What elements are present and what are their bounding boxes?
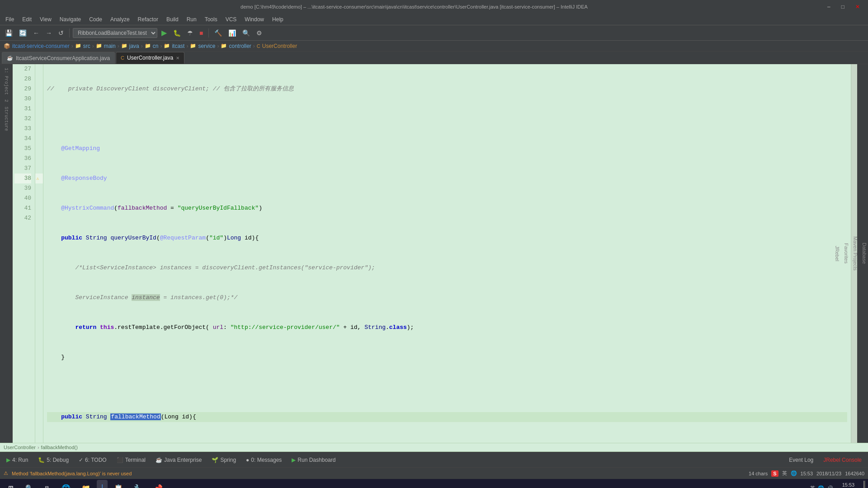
tab-label-application: ItcastServiceConsumerApplication.java xyxy=(16,55,110,61)
sidebar-jrebel[interactable]: JRebel xyxy=(834,243,841,264)
menu-navigate[interactable]: Navigate xyxy=(56,15,85,23)
breadcrumb-controller[interactable]: controller xyxy=(229,43,251,49)
taskbar-show-desktop[interactable] xyxy=(863,481,865,488)
breadcrumb-icon-src: 📁 xyxy=(75,43,81,49)
date: 2018/11/23 xyxy=(816,471,841,476)
settings-button[interactable]: ⚙ xyxy=(254,28,264,38)
toolbar-back[interactable]: ← xyxy=(31,28,42,38)
os-icon: 🌐 xyxy=(791,470,797,476)
line-36: } xyxy=(47,352,847,362)
jrebel-label: JRebel Console xyxy=(823,457,862,463)
toolbar-refresh[interactable]: ↺ xyxy=(56,28,66,38)
menu-tools[interactable]: Tools xyxy=(201,15,221,23)
tab-usercontroller[interactable]: C UserController.java ✕ xyxy=(116,52,184,64)
bottom-tab-terminal[interactable]: ⬛ Terminal xyxy=(112,456,150,464)
bottom-tab-event-log[interactable]: Event Log xyxy=(784,456,818,464)
run-button[interactable]: ▶ xyxy=(159,27,169,38)
line-35: return this.restTemplate.getForObject( u… xyxy=(47,323,847,333)
breadcrumb-main[interactable]: main xyxy=(104,43,116,49)
toolbar-sync[interactable]: 🔄 xyxy=(17,28,29,38)
menu-view[interactable]: View xyxy=(36,15,55,23)
menu-refactor[interactable]: Refactor xyxy=(134,15,162,23)
taskbar-chrome[interactable]: 🌐 xyxy=(57,480,75,488)
nav-method[interactable]: fallbackMethod() xyxy=(41,445,78,450)
editor: 27 28 29 30 31 32 33 34 35 36 37 38 39 4… xyxy=(13,64,857,443)
breadcrumb-icon-class: C xyxy=(257,43,260,49)
breadcrumb-icon-service: 📁 xyxy=(190,43,196,49)
sidebar-favorites-icon[interactable]: 2 xyxy=(1,98,12,104)
structure-button[interactable]: 📊 xyxy=(226,28,238,38)
toolbar-forward[interactable]: → xyxy=(43,28,54,38)
menu-vcs[interactable]: VCS xyxy=(222,15,241,23)
menu-code[interactable]: Code xyxy=(85,15,106,23)
sidebar-structure-icon[interactable]: Structure xyxy=(1,105,12,133)
bottom-tab-jrebel[interactable]: JRebel Console xyxy=(819,456,866,464)
java-enterprise-icon: ☕ xyxy=(156,457,162,463)
code-content[interactable]: // private DiscoveryClient discoveryClie… xyxy=(43,64,851,443)
taskbar-intellij[interactable]: I xyxy=(97,480,108,488)
breadcrumb-icon-project: 📦 xyxy=(4,43,10,49)
menu-run[interactable]: Run xyxy=(183,15,200,23)
line-39: return "服务正忙，请稍后再试！"; xyxy=(47,442,847,443)
stop-button[interactable]: ■ xyxy=(197,28,205,38)
line-31: @HystrixCommand(fallbackMethod = "queryU… xyxy=(47,203,847,213)
build-button[interactable]: 🔨 xyxy=(212,28,224,38)
toolbar-save[interactable]: 💾 xyxy=(3,28,15,38)
nav-class[interactable]: UserController xyxy=(4,445,36,450)
breadcrumb-module[interactable]: itcast-service-consumer xyxy=(12,43,70,49)
taskbar-app1[interactable]: 📋 xyxy=(109,480,127,488)
status-left: ⚠ Method 'fallbackMethod(java.lang.Long)… xyxy=(4,470,132,476)
breadcrumb-class[interactable]: UserController xyxy=(262,43,297,49)
bottom-tab-run[interactable]: ▶ 4: Run xyxy=(2,456,33,464)
minimize-button[interactable]: – xyxy=(824,3,834,11)
sidebar-maven[interactable]: Maven Projects xyxy=(852,234,859,273)
menu-file[interactable]: File xyxy=(2,15,18,23)
menu-edit[interactable]: Edit xyxy=(19,15,35,23)
coverage-button[interactable]: ☂ xyxy=(185,28,195,38)
task-view-button[interactable]: ⊟ xyxy=(39,480,55,488)
breadcrumb-icon-itcast: 📁 xyxy=(164,43,170,49)
menu-build[interactable]: Build xyxy=(163,15,182,23)
taskbar-app3[interactable]: 📌 xyxy=(149,480,167,488)
tab-close-usercontroller[interactable]: ✕ xyxy=(176,56,179,61)
breadcrumb-cn[interactable]: cn xyxy=(153,43,159,49)
messages-label: 0: Messages xyxy=(251,457,282,463)
sidebar-project-icon[interactable]: 1: Project xyxy=(1,66,12,97)
app3-icon: 📌 xyxy=(154,484,163,488)
menu-help[interactable]: Help xyxy=(269,15,287,23)
close-button[interactable]: ✕ xyxy=(852,3,863,11)
line-37 xyxy=(47,382,847,392)
run-config-dropdown[interactable]: RibbonLoadBalanceTest.test xyxy=(73,28,157,38)
breadcrumb-src[interactable]: src xyxy=(83,43,90,49)
encoding-label: 英 xyxy=(782,470,787,477)
taskbar-explorer[interactable]: 📁 xyxy=(77,480,95,488)
breadcrumb-icon-main: 📁 xyxy=(96,43,102,49)
line-38: public String fallbackMethod(Long id){ xyxy=(47,412,847,422)
search-button[interactable]: 🔍 xyxy=(240,28,252,38)
menu-bar: File Edit View Navigate Code Analyze Ref… xyxy=(0,14,868,25)
bottom-tab-messages[interactable]: ● 0: Messages xyxy=(241,456,286,464)
app1-icon: 📋 xyxy=(114,484,123,488)
search-button-taskbar[interactable]: 🔍 xyxy=(21,480,37,488)
menu-analyze[interactable]: Analyze xyxy=(107,15,133,23)
bottom-tab-java-enterprise[interactable]: ☕ Java Enterprise xyxy=(151,456,206,464)
bottom-tab-debug[interactable]: 🐛 5: Debug xyxy=(33,456,73,464)
debug-button[interactable]: 🐛 xyxy=(171,28,183,38)
bottom-tab-run-dashboard[interactable]: ▶ Run Dashboard xyxy=(287,456,340,464)
sidebar-database[interactable]: Database xyxy=(861,240,868,267)
maximize-button[interactable]: □ xyxy=(838,3,848,11)
intellij-icon: I xyxy=(101,483,103,488)
title-text: demo [C:\hm49\code\demo] – ...\itcast-se… xyxy=(5,4,824,9)
debug-label: 5: Debug xyxy=(47,457,69,463)
breadcrumb-itcast[interactable]: itcast xyxy=(172,43,184,49)
spring-label: Spring xyxy=(220,457,236,463)
start-button[interactable]: ⊞ xyxy=(3,480,19,488)
menu-window[interactable]: Window xyxy=(241,15,268,23)
breadcrumb-java[interactable]: java xyxy=(129,43,139,49)
tab-application[interactable]: ☕ ItcastServiceConsumerApplication.java xyxy=(2,52,115,64)
bottom-tab-todo[interactable]: ✓ 6: TODO xyxy=(74,456,111,464)
bottom-tab-spring[interactable]: 🌱 Spring xyxy=(207,456,241,464)
taskbar-right: 英 🌐 🔊 15:532018/11/23 xyxy=(810,481,865,488)
breadcrumb-service[interactable]: service xyxy=(198,43,215,49)
taskbar-app2[interactable]: 🔧 xyxy=(129,480,147,488)
